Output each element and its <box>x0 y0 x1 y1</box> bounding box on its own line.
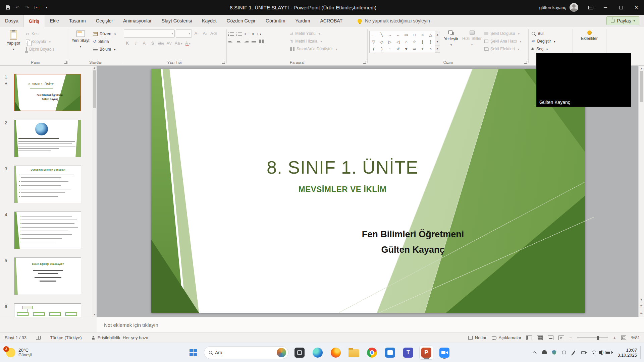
quick-settings-cluster[interactable] <box>589 347 614 359</box>
blue-app-icon[interactable] <box>383 346 397 360</box>
bullets-icon[interactable] <box>228 32 234 36</box>
undo-icon[interactable]: ↶ <box>13 3 22 12</box>
defender-shield-icon[interactable] <box>550 348 558 357</box>
zoom-slider-handle[interactable] <box>597 336 599 340</box>
file-explorer-icon[interactable] <box>347 346 361 360</box>
teams-icon[interactable]: T <box>401 346 415 360</box>
comments-toggle-button[interactable]: Açıklamalar <box>492 335 522 340</box>
slide-canvas[interactable]: 8. SINIF 1. ÜNİTE MEVSİMLER VE İKLİM Fen… <box>151 69 585 313</box>
zoom-slider[interactable] <box>577 338 608 338</box>
slideshow-view-button[interactable] <box>558 336 564 340</box>
align-center-icon[interactable] <box>236 40 241 43</box>
shapes-gallery-scrollbar[interactable]: ▲ ▼ ▼ <box>435 31 440 53</box>
start-button[interactable] <box>186 346 200 359</box>
line-spacing-icon[interactable]: ↕ <box>257 32 261 36</box>
shape-option[interactable]: × <box>429 47 432 51</box>
shape-effects-button[interactable]: Şekil Efektleri <box>483 46 523 52</box>
tab-animasyonlar[interactable]: Animasyonlar <box>118 15 157 27</box>
shape-option[interactable]: ○ <box>421 33 424 37</box>
notes-pane[interactable]: Not eklemek için tıklayın <box>97 317 644 333</box>
shape-option[interactable]: ) <box>381 47 382 51</box>
format-painter-button[interactable]: Biçim Boyacısı <box>24 47 57 52</box>
shape-option[interactable]: △ <box>429 33 432 37</box>
scroll-up-icon[interactable]: ▲ <box>92 66 97 69</box>
slide-thumbnail-4[interactable] <box>14 212 81 249</box>
layout-button[interactable]: Düzen <box>92 31 117 37</box>
strikethrough-button[interactable]: abc <box>157 40 165 47</box>
account-name[interactable]: gülten kayanç <box>539 5 566 10</box>
text-shadow-button[interactable]: S <box>149 40 156 47</box>
character-spacing-button[interactable]: AV <box>166 40 173 47</box>
maximize-button[interactable] <box>613 0 629 15</box>
pen-icon[interactable] <box>570 348 578 357</box>
previous-slide-icon[interactable]: ⇈ <box>639 305 644 308</box>
align-text-button[interactable]: ⇅Metni Hizala <box>289 39 339 44</box>
slide-counter[interactable]: Slayt 1 / 33 <box>5 335 26 340</box>
reset-button[interactable]: ↺Sıfırla <box>92 39 117 44</box>
shape-option[interactable]: ( <box>373 47 374 51</box>
scroll-down-icon[interactable]: ▼ <box>639 298 644 301</box>
arrange-button[interactable]: Yerleştir ▾ <box>441 29 461 59</box>
text-direction-button[interactable]: ⇄Metin Yönü <box>289 31 339 36</box>
align-right-icon[interactable] <box>244 40 249 43</box>
onedrive-icon[interactable] <box>540 348 548 357</box>
shapes-more-icon[interactable]: ▼ <box>435 46 440 53</box>
shape-option[interactable]: + <box>421 47 424 51</box>
reading-view-button[interactable] <box>548 336 553 340</box>
tab-acrobat[interactable]: ACROBAT <box>315 15 347 27</box>
shape-option[interactable]: ↺ <box>396 47 400 51</box>
shapes-gallery[interactable]: ─╲→↔▭□○△ ▽◇▷◁⌂☆{} ()~↺♥⇒+× <box>369 31 435 53</box>
shapes-scroll-down-icon[interactable]: ▼ <box>435 38 440 45</box>
slide-title-textbox[interactable]: 8. SINIF 1. ÜNİTE <box>208 157 477 178</box>
slide-presenter-textbox[interactable]: Fen Bilimleri Öğretmeni Gülten Kayanç <box>339 227 487 257</box>
shape-option[interactable]: ─ <box>372 33 375 37</box>
tab-slayt-gosterisi[interactable]: Slayt Gösterisi <box>157 15 197 27</box>
tab-giris[interactable]: Giriş <box>23 15 45 27</box>
spellcheck-button[interactable] <box>36 336 41 340</box>
shape-option[interactable]: ◁ <box>396 40 399 44</box>
edge-icon[interactable] <box>311 346 325 360</box>
shape-option[interactable]: ▭ <box>404 33 408 37</box>
tab-dosya[interactable]: Dosya <box>0 15 23 27</box>
shape-option[interactable]: ⇒ <box>413 47 416 51</box>
shape-outline-button[interactable]: Şekil Ana Hattı <box>483 39 523 44</box>
shape-option[interactable]: ↔ <box>396 33 400 37</box>
copy-button[interactable]: Kopyala <box>24 39 57 44</box>
scrollbar-thumb[interactable] <box>640 71 643 102</box>
zoom-in-button[interactable]: + <box>613 335 616 341</box>
italic-button[interactable]: T <box>132 40 140 47</box>
usb-device-icon[interactable] <box>579 348 587 357</box>
next-slide-icon[interactable]: ⇊ <box>639 311 644 315</box>
slide-thumbnail-3[interactable]: Dünya'nın Şeklinin Sonuçları <box>14 166 81 203</box>
shape-option[interactable]: ☆ <box>413 40 416 44</box>
powerpoint-icon[interactable]: P <box>419 346 433 360</box>
section-button[interactable]: Bölüm <box>92 47 117 52</box>
slide-thumbnail-2[interactable] <box>14 120 81 157</box>
thumbnail-panel-scrollbar[interactable]: ▲ ▼ <box>92 66 97 317</box>
tell-me-box[interactable]: Ne yapmak istediğinizi söyleyin <box>358 15 430 27</box>
firefox-icon[interactable] <box>329 346 343 360</box>
shape-option[interactable]: { <box>422 40 423 44</box>
font-color-button[interactable]: A <box>184 40 192 47</box>
show-desktop-button[interactable] <box>640 346 642 359</box>
shape-option[interactable]: → <box>388 33 392 37</box>
underline-button[interactable]: A <box>141 40 148 47</box>
new-slide-button[interactable]: Yeni Slayt ▾ <box>71 29 90 59</box>
font-size-combo[interactable]: ▾ <box>176 29 192 38</box>
select-button[interactable]: Seç <box>530 46 557 52</box>
zoom-level[interactable]: %81 <box>631 335 640 340</box>
zoom-icon[interactable] <box>437 346 451 360</box>
tab-gecisler[interactable]: Geçişler <box>91 15 118 27</box>
find-button[interactable]: Bul <box>530 31 557 36</box>
align-left-icon[interactable] <box>228 40 233 43</box>
normal-view-button[interactable] <box>526 336 532 340</box>
webcam-overlay-window[interactable]: Gülten Kayanç <box>537 53 631 107</box>
font-name-combo[interactable]: ▾ <box>124 29 175 38</box>
redo-icon[interactable]: ↷ <box>23 3 32 12</box>
convert-smartart-button[interactable]: SmartArt'a Dönüştür <box>289 46 339 52</box>
scroll-down-icon[interactable]: ▼ <box>92 313 97 316</box>
zoom-out-button[interactable]: − <box>569 335 572 341</box>
justify-icon[interactable] <box>252 40 256 43</box>
tab-gozden-gecir[interactable]: Gözden Geçir <box>222 15 261 27</box>
slide-thumbnail-5[interactable]: Eksen Eğikliği Olmasaydı? <box>14 257 81 295</box>
